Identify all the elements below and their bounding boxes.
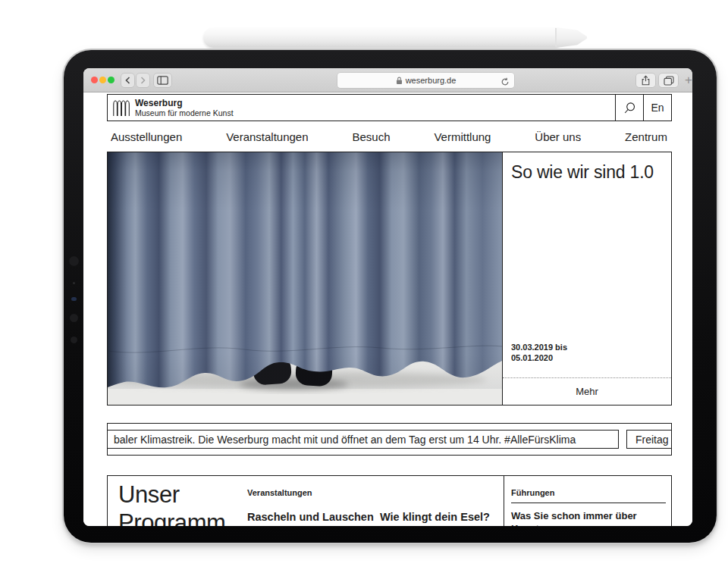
forward-button[interactable] [136, 74, 149, 87]
camera-lens2-icon [71, 337, 77, 343]
truedepth-sensor-icon [71, 297, 77, 301]
site-logo[interactable]: Weserburg Museum für moderne Kunst [108, 95, 234, 121]
search-button[interactable] [615, 95, 643, 121]
apple-pencil-body [203, 27, 558, 48]
search-icon [623, 102, 636, 114]
exhibition-date-to: 05.01.2020 [511, 352, 567, 363]
site-title: Weserburg [135, 99, 234, 108]
site-logo-text: Weserburg Museum für moderne Kunst [135, 99, 234, 117]
tours-column-label: Führungen [511, 488, 666, 497]
apple-pencil [203, 27, 587, 48]
url-text: weserburg.de [406, 76, 457, 85]
exhibition-title: So wie wir sind 1.0 [511, 162, 654, 183]
event-link-rascheln[interactable]: Rascheln und Lauschen [247, 511, 374, 523]
webpage: Weserburg Museum für moderne Kunst En Au… [83, 92, 692, 526]
exhibition-dates: 30.03.2019 bis 05.01.2020 [511, 342, 567, 363]
hero-curtain-photo[interactable] [108, 152, 502, 405]
site-subtitle: Museum für moderne Kunst [135, 108, 234, 117]
program-section: Unser Programm Veranstaltungen Rascheln … [107, 475, 672, 526]
nav-item-zentrum[interactable]: Zentrum [625, 130, 667, 143]
site-header: Weserburg Museum für moderne Kunst En [107, 94, 672, 121]
nav-item-vermittlung[interactable]: Vermittlung [434, 130, 491, 143]
share-icon [641, 75, 651, 86]
reload-icon [500, 77, 510, 86]
chevron-right-icon [140, 77, 146, 84]
back-button[interactable] [121, 74, 134, 87]
tour-link[interactable]: Was Sie schon immer über Kunst wissen wo… [511, 509, 666, 526]
nav-item-veranstaltungen[interactable]: Veranstaltungen [226, 130, 308, 143]
more-link[interactable]: Mehr [576, 386, 598, 397]
nav-item-besuch[interactable]: Besuch [352, 130, 390, 143]
screen: weserburg.de + [83, 68, 692, 526]
hero-more-row: Mehr [503, 377, 671, 405]
exhibition-date-from: 30.03.2019 bis [511, 342, 567, 352]
apple-pencil-tip [557, 27, 587, 48]
ticker-message[interactable]: baler Klimastreik. Die Weserburg macht m… [108, 430, 619, 449]
minimize-window-button[interactable] [99, 77, 106, 83]
weserburg-logo-icon [113, 99, 130, 117]
nav-item-ueber-uns[interactable]: Über uns [535, 130, 581, 143]
nav-item-ausstellungen[interactable]: Ausstellungen [111, 130, 182, 143]
camera-lens-icon [70, 314, 78, 322]
tours-rule [511, 503, 666, 503]
chevron-left-icon [125, 77, 130, 84]
close-window-button[interactable] [91, 77, 98, 83]
desktop-background: weserburg.de + [0, 0, 728, 573]
browser-toolbar: weserburg.de + [83, 68, 692, 92]
tour-title-line1: Was Sie schon immer über Kunst [511, 509, 666, 526]
address-bar[interactable]: weserburg.de [337, 73, 514, 88]
lock-icon [396, 77, 403, 85]
ipad-device: weserburg.de + [64, 50, 717, 543]
tabs-icon [664, 76, 674, 86]
sidebar-toggle-button[interactable] [154, 74, 171, 87]
main-navigation: Ausstellungen Veranstaltungen Besuch Ver… [107, 121, 672, 152]
program-heading: Unser Programm [118, 481, 226, 526]
events-column-label: Veranstaltungen [247, 488, 312, 497]
ambient-sensor-icon [73, 282, 75, 284]
event-link-esel[interactable]: Wie klingt dein Esel? [380, 511, 490, 523]
reload-button[interactable] [500, 76, 510, 89]
sidebar-icon [157, 76, 168, 85]
program-heading-line1: Unser [118, 481, 226, 509]
header-spacer [234, 95, 615, 121]
front-camera-icon [69, 256, 79, 266]
zoom-window-button[interactable] [108, 77, 115, 83]
news-ticker: baler Klimastreik. Die Weserburg macht m… [107, 423, 672, 456]
tabs-button[interactable] [659, 74, 678, 87]
language-toggle[interactable]: En [643, 95, 671, 121]
new-tab-button[interactable]: + [682, 72, 692, 89]
hero-section: So wie wir sind 1.0 30.03.2019 bis 05.01… [107, 152, 672, 405]
tours-column: Führungen Was Sie schon immer über Kunst… [511, 488, 666, 526]
ticker-next-item[interactable]: Freitag [626, 430, 672, 449]
program-heading-line2: Programm [118, 509, 226, 526]
share-button[interactable] [636, 74, 655, 87]
column-divider [504, 476, 504, 526]
hero-info-panel: So wie wir sind 1.0 30.03.2019 bis 05.01… [502, 152, 671, 405]
